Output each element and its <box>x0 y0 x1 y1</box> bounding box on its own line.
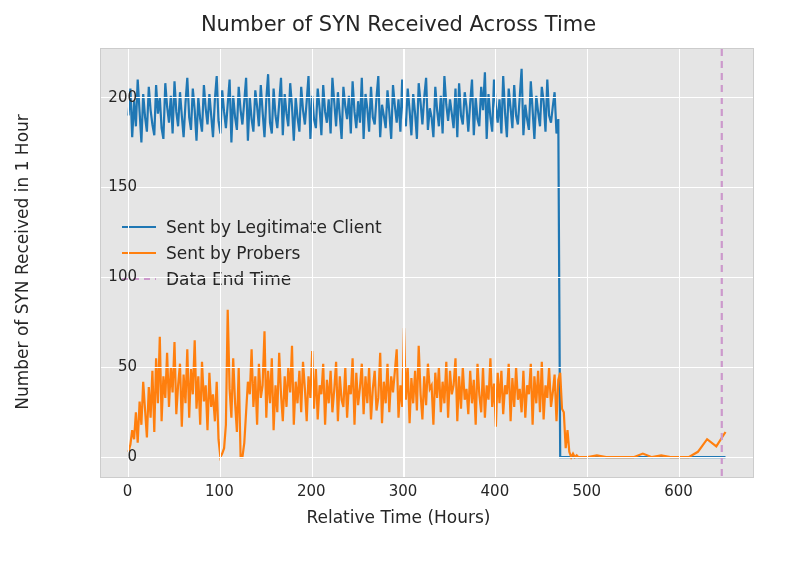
y-tick-label: 0 <box>127 447 137 465</box>
legend-label: Sent by Probers <box>166 243 300 263</box>
legend: Sent by Legitimate Client Sent by Prober… <box>122 214 382 292</box>
plot-area: Sent by Legitimate Client Sent by Prober… <box>100 48 754 478</box>
chart-title: Number of SYN Received Across Time <box>0 12 797 36</box>
x-tick-label: 200 <box>297 482 326 500</box>
chart-container: Number of SYN Received Across Time Numbe… <box>0 0 797 568</box>
x-tick-label: 400 <box>481 482 510 500</box>
legend-label: Sent by Legitimate Client <box>166 217 382 237</box>
x-tick-label: 100 <box>205 482 234 500</box>
legend-item-endtime: Data End Time <box>122 266 382 292</box>
x-axis-label: Relative Time (Hours) <box>0 507 797 527</box>
legend-label: Data End Time <box>166 269 291 289</box>
legend-item-legit: Sent by Legitimate Client <box>122 214 382 240</box>
y-tick-label: 150 <box>108 177 137 195</box>
x-tick-label: 500 <box>572 482 601 500</box>
y-axis-label: Number of SYN Received in 1 Hour <box>12 114 32 410</box>
y-tick-label: 100 <box>108 267 137 285</box>
x-tick-label: 300 <box>389 482 418 500</box>
legend-item-probers: Sent by Probers <box>122 240 382 266</box>
y-tick-label: 200 <box>108 88 137 106</box>
series-line <box>129 310 726 457</box>
x-tick-label: 600 <box>664 482 693 500</box>
y-tick-label: 50 <box>118 357 137 375</box>
x-tick-label: 0 <box>123 482 133 500</box>
